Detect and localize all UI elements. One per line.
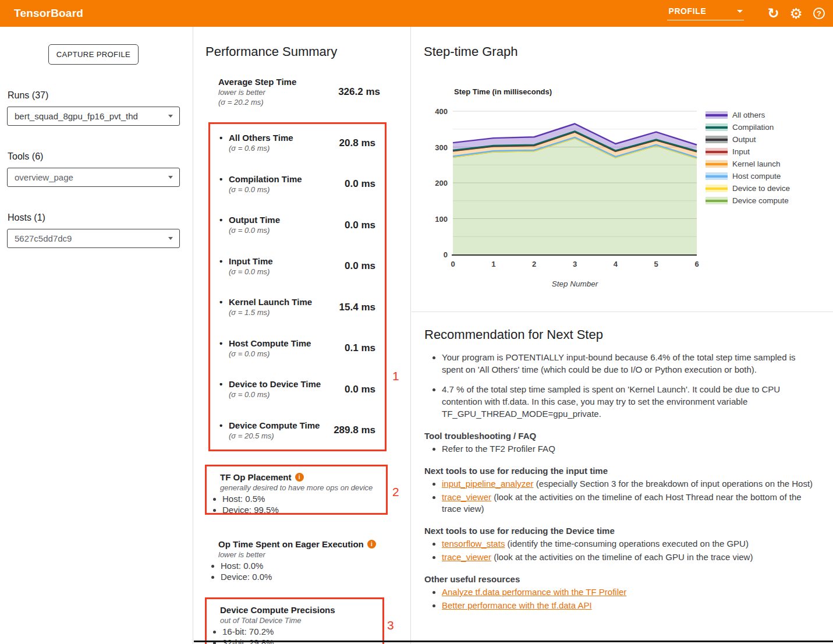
legend-swatch-line [706,175,728,178]
legend-label: Host compute [732,172,781,181]
metric-name-block: Device Compute Time(σ = 20.5 ms) [219,420,320,441]
x-axis-label: Step Number [552,279,598,288]
average-step-time-row: Average Step Time lower is better (σ = 2… [218,77,380,107]
header-controls: PROFILE ↻ ⚙ ? [667,6,825,21]
recommendation-link[interactable]: tensorflow_stats [442,539,505,549]
recommendation-panel: Recommendation for Next Step Your progra… [412,327,833,611]
metric-name: Output Time [219,215,280,225]
metric-name: Input Time [219,256,273,267]
eager-execution-title: Op Time Spent on Eager Execution [218,539,364,550]
x-tick-label: 3 [573,260,577,268]
legend-swatch-line [706,163,728,165]
capture-profile-button[interactable]: CAPTURE PROFILE [48,44,139,65]
list-item: 16-bit: 70.2% [222,626,377,637]
metric-sigma: (σ = 1.5 ms) [219,307,312,317]
dashboard-selector[interactable]: PROFILE [667,6,744,20]
help-icon[interactable]: ? [813,8,825,19]
legend-swatch-line [706,114,728,116]
app-title: TensorBoard [14,7,83,20]
metric-name: Compilation Time [219,174,302,185]
legend-item-output: Output [706,136,790,143]
metric-row: Output Time(σ = 0.0 ms)0.0 ms [219,215,375,235]
right-column: Step-time Graph Step Time (in millisecon… [412,27,833,644]
legend-label: Kernel launch [732,160,781,168]
metric-value: 0.0 ms [345,384,375,395]
recommendation-item-text: Refer to the TF2 Profiler FAQ [442,444,555,454]
runs-select[interactable]: bert_squad_8gpu_fp16_pvt_thd [7,107,180,126]
metric-name-block: Output Time(σ = 0.0 ms) [219,215,280,235]
recommendation-link[interactable]: input_pipeline_analyzer [442,479,534,489]
list-item: Device: 99.5% [222,504,380,515]
metric-row: Device to Device Time(σ = 0.0 ms)0.0 ms [219,379,375,399]
device-precisions-title: Device Compute Precisions [220,604,335,615]
metric-name-block: All Others Time(σ = 0.6 ms) [219,133,293,153]
metric-name: Average Step Time [218,77,296,87]
tools-label: Tools (6) [8,151,193,162]
metric-name-block: Kernel Launch Time(σ = 1.5 ms) [219,297,312,317]
x-tick-label: 2 [532,260,536,268]
metric-sigma: (σ = 20.2 ms) [218,97,296,107]
recommendation-item-text: (identify the time-consuming operations … [505,539,749,549]
dashboard-selector-value: PROFILE [668,6,706,16]
performance-summary-panel: Performance Summary Average Step Time lo… [194,27,411,644]
reload-icon[interactable]: ↻ [767,6,779,20]
recommendation-link[interactable]: trace_viewer [442,492,491,502]
recommendation-bullets: Your program is POTENTIALLY input-bound … [424,351,818,420]
gear-icon[interactable]: ⚙ [790,6,803,21]
legend-item-device-compute: Device compute [706,197,790,204]
recommendation-section-heading: Other useful resources [424,574,818,585]
recommendation-section-heading: Next tools to use for reducing the Devic… [424,525,818,537]
hosts-select[interactable]: 5627c5dd7dc9 [7,229,180,248]
eager-execution-list: Host: 0.0%Device: 0.0% [211,560,382,582]
recommendation-link[interactable]: Analyze tf.data performance with the TF … [442,587,626,597]
legend-item-all-others: All others [706,111,790,119]
legend-swatch [706,148,728,155]
legend-swatch [706,136,728,143]
x-tick-label: 5 [654,260,658,268]
recommendation-section-heading: Tool troubleshooting / FAQ [424,430,818,442]
legend-swatch-line [706,200,728,202]
metric-sigma: (σ = 0.0 ms) [219,225,280,235]
chevron-down-icon [168,115,173,118]
metric-value: 289.8 ms [334,424,375,436]
metric-value: 0.0 ms [345,260,375,272]
recommendation-bullet: 4.7 % of the total step time sampled is … [442,383,818,420]
y-tick-label: 300 [435,143,448,152]
metric-name-block: Device to Device Time(σ = 0.0 ms) [219,379,321,399]
metric-name: Device Compute Time [219,420,320,431]
tf-op-placement-note: generally desired to have more ops on de… [220,483,380,493]
info-icon[interactable]: i [295,473,304,482]
tools-select[interactable]: overview_page [7,168,180,187]
metric-name: Kernel Launch Time [219,297,312,307]
metric-value: 15.4 ms [339,302,375,313]
legend-label: Input [732,147,750,156]
list-item: Device: 0.0% [221,571,382,582]
chart-title: Step Time (in milliseconds) [454,87,552,96]
metric-row: Kernel Launch Time(σ = 1.5 ms)15.4 ms [219,297,375,317]
y-tick-label: 100 [435,215,448,224]
metric-value: 0.1 ms [345,342,375,354]
recommendation-link[interactable]: trace_viewer [442,552,491,562]
metric-name-block: Host Compute Time(σ = 0.0 ms) [219,338,311,359]
metric-name: Device to Device Time [219,379,321,390]
metric-sigma: (σ = 0.0 ms) [219,267,273,277]
metric-sigma: (σ = 20.5 ms) [219,431,320,441]
legend-swatch-line [706,126,728,129]
metric-row: Compilation Time(σ = 0.0 ms)0.0 ms [219,174,375,194]
content-bottom-border [194,641,833,642]
recommendation-section-heading: Next tools to use for reducing the input… [424,465,818,477]
recommendation-item: Refer to the TF2 Profiler FAQ [442,443,818,455]
step-time-graph-title: Step-time Graph [424,44,517,59]
sidebar: CAPTURE PROFILE Runs (37) bert_squad_8gp… [0,27,193,644]
info-icon[interactable]: i [367,540,376,549]
legend-item-input: Input [706,148,790,155]
recommendation-link[interactable]: Better performance with the tf.data API [442,600,592,610]
recommendation-bullet: Your program is POTENTIALLY input-bound … [442,351,818,376]
recommendation-section-list: input_pipeline_analyzer (especially Sect… [424,478,818,515]
tf-op-placement-title: TF Op Placement [220,472,292,483]
recommendation-item: tensorflow_stats (identify the time-cons… [442,538,818,550]
metric-sigma: (σ = 0.0 ms) [219,349,311,359]
metric-row: All Others Time(σ = 0.6 ms)20.8 ms [219,133,375,153]
y-tick-label: 0 [444,250,448,259]
recommendation-section-list: Analyze tf.data performance with the TF … [424,586,818,611]
